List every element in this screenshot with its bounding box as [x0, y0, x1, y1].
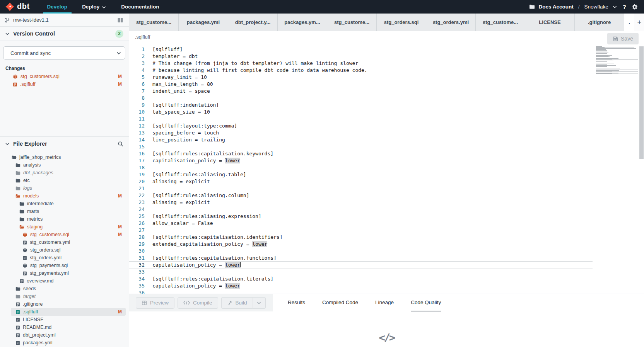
code-line[interactable]: 35capitalisation_policy = lower [129, 282, 593, 289]
code-line[interactable]: 36 [129, 289, 593, 294]
connection-name[interactable]: Snowflake [584, 4, 608, 10]
file-tree-item-stg-payments-sql[interactable]: stg_payments.sql [11, 262, 126, 269]
panel-tab-results[interactable]: Results [288, 294, 305, 311]
changed-file-sqlfluff[interactable]: .sqlfluffM [11, 80, 126, 88]
search-icon[interactable] [118, 141, 123, 147]
commit-and-sync-button[interactable]: Commit and sync [3, 46, 125, 60]
file-explorer-header[interactable]: File Explorer [0, 137, 129, 151]
code-line[interactable]: 17capitalisation_policy = lower [129, 157, 593, 164]
file-tree-item-stg-payments-yml[interactable]: stg_payments.yml [11, 269, 126, 277]
code-line[interactable]: 9[sqlfluff:indentation] [129, 102, 593, 109]
editor-tab-active[interactable]: . [624, 14, 634, 31]
file-tree-item-models[interactable]: modelsM [11, 192, 126, 200]
preview-button[interactable]: Preview [136, 297, 174, 309]
code-line[interactable]: 5runaway_limit = 10 [129, 74, 593, 81]
code-line[interactable]: 22[sqlfluff:rules:aliasing.column] [129, 192, 593, 199]
file-tree-item-stg-customers-sql[interactable]: stg_customers.sqlM [11, 231, 126, 238]
file-tree-item-stg-orders-sql[interactable]: stg_orders.sql [11, 246, 126, 254]
file-tree-item-overview-md[interactable]: overview.md [11, 277, 126, 285]
code-line[interactable]: 11 [129, 116, 593, 122]
editor-tab-stg-custome[interactable]: stg_custome... [129, 14, 179, 31]
file-tree-item-jaffle-shop-metrics[interactable]: jaffle_shop_metrics [11, 153, 126, 161]
minimap[interactable] [596, 46, 638, 75]
code-line[interactable]: 12[sqlfluff:layout:type:comma] [129, 122, 593, 129]
code-line[interactable]: 28[sqlfluff:rules:capitalisation.identif… [129, 234, 593, 241]
commit-options-caret[interactable] [112, 47, 125, 59]
panel-tab-lineage[interactable]: Lineage [375, 294, 394, 311]
account-name[interactable]: Docs Account [539, 4, 574, 10]
file-tree-item-etc[interactable]: etc [11, 177, 126, 184]
editor-tab-gitignore[interactable]: .gitignore [575, 14, 624, 31]
file-tree-item-analysis[interactable]: analysis [11, 161, 126, 169]
changed-file-stg-customers-sql[interactable]: stg_customers.sqlM [11, 73, 126, 80]
file-tree-item-packages-yml[interactable]: packages.yml [11, 339, 126, 347]
code-line[interactable]: 27 [129, 227, 593, 234]
editor-tab-stg-orders-sql[interactable]: stg_orders.sql [377, 14, 426, 31]
editor-tab-stg-custome[interactable]: stg_custome... [476, 14, 525, 31]
editor-tab-stg-orders-yml[interactable]: stg_orders.yml [426, 14, 476, 31]
save-button[interactable]: Save [607, 33, 639, 44]
file-tree-item-logs[interactable]: logs [11, 184, 126, 192]
build-button[interactable]: Build [221, 297, 253, 309]
editor-tab-packages-yml[interactable]: packages.yml [179, 14, 228, 31]
scrollbar-thumb[interactable] [639, 46, 644, 159]
nav-item-develop[interactable]: Develop [40, 0, 75, 14]
file-tree-item-license[interactable]: LICENSE [11, 316, 126, 323]
code-line[interactable]: 25[sqlfluff:rules:aliasing.expression] [129, 213, 593, 220]
compile-button[interactable]: Compile [178, 297, 218, 309]
file-tree-item-readme-md[interactable]: README.md [11, 323, 126, 331]
new-tab-button[interactable]: + [634, 14, 644, 31]
version-control-header[interactable]: Version Control 2 [0, 27, 129, 41]
file-tree-item-metrics[interactable]: metrics [11, 215, 126, 223]
code-line[interactable]: 18 [129, 164, 593, 171]
code-line[interactable]: 23aliasing = explicit [129, 199, 593, 206]
code-line[interactable]: 31[sqlfluff:rules:capitalisation.functio… [129, 255, 593, 262]
build-options-caret[interactable] [253, 297, 266, 309]
code-line[interactable]: 7indent_unit = space [129, 88, 593, 95]
code-line[interactable]: 8 [129, 95, 593, 102]
nav-item-documentation[interactable]: Documentation [114, 0, 166, 14]
file-tree-item-stg-orders-yml[interactable]: stg_orders.yml [11, 254, 126, 262]
file-tree-item-target[interactable]: target [11, 293, 126, 300]
editor-tab-stg-custome[interactable]: stg_custome... [327, 14, 377, 31]
editor-tab-packages-ym[interactable]: packages.ym... [278, 14, 327, 31]
file-tree-item-marts[interactable]: marts [11, 208, 126, 215]
code-line[interactable]: 3# This change (from jinja to dbt templa… [129, 60, 593, 67]
code-line[interactable]: 14line_position = trailing [129, 136, 593, 143]
code-line[interactable]: 21 [129, 185, 593, 192]
code-line[interactable]: 6max_line_length = 80 [129, 81, 593, 88]
editor-tab-dbt-project-y[interactable]: dbt_project.y... [228, 14, 278, 31]
code-line[interactable]: 10tab_space_size = 10 [129, 109, 593, 116]
file-tree-item-dbt-packages[interactable]: dbt_packages [11, 169, 126, 177]
dbt-logo[interactable]: dbt [0, 2, 40, 11]
file-tree-item-sqlfluff[interactable]: .sqlfluffM [11, 308, 126, 316]
file-tree-item-gitignore[interactable]: .gitignore [11, 300, 126, 308]
help-icon[interactable]: ? [621, 3, 628, 10]
panel-tab-compiled-code[interactable]: Compiled Code [322, 294, 358, 311]
panel-tab-code-quality[interactable]: Code Quality [411, 294, 441, 311]
file-tree-item-staging[interactable]: stagingM [11, 223, 126, 231]
code-line[interactable]: 1[sqlfluff] [129, 46, 593, 53]
code-line[interactable]: 15 [129, 143, 593, 150]
code-line[interactable]: 20aliasing = explicit [129, 178, 593, 185]
code-line[interactable]: 30 [129, 248, 593, 255]
code-editor[interactable]: 1[sqlfluff]2templater = dbt3# This chang… [129, 43, 644, 294]
chevron-down-icon[interactable] [612, 4, 617, 9]
file-tree-item-dbt-project-yml[interactable]: dbt_project.yml [11, 331, 126, 339]
code-line[interactable]: 33 [129, 269, 593, 276]
code-line[interactable]: 16[sqlfluff:rules:capitalisation.keyword… [129, 150, 593, 157]
code-line[interactable]: 32capitalisation_policy = lower [129, 262, 593, 269]
editor-scrollbar[interactable] [639, 43, 644, 294]
file-tree-item-intermediate[interactable]: intermediate [11, 200, 126, 208]
code-line[interactable]: 34[sqlfluff:rules:capitalisation.literal… [129, 276, 593, 282]
editor-tab-license[interactable]: LICENSE [525, 14, 575, 31]
code-line[interactable]: 4# because linting will first compile db… [129, 67, 593, 74]
code-line[interactable]: 29extended_capitalisation_policy = lower [129, 241, 593, 248]
code-line[interactable]: 26allow_scalar = False [129, 220, 593, 227]
code-line[interactable]: 19[sqlfluff:rules:aliasing.table] [129, 171, 593, 178]
file-tree-item-seeds[interactable]: seeds [11, 285, 126, 293]
book-icon[interactable] [117, 17, 123, 23]
file-tree-item-stg-customers-yml[interactable]: stg_customers.yml [11, 238, 126, 246]
branch-name[interactable]: mw-test-idev1.1 [13, 17, 49, 23]
code-line[interactable]: 2templater = dbt [129, 53, 593, 60]
